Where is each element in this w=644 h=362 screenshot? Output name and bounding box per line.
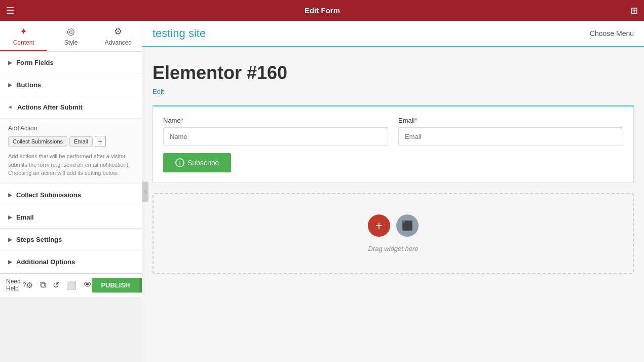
chevron-icon: ▶ bbox=[8, 237, 12, 242]
hamburger-icon[interactable]: ☰ bbox=[6, 5, 14, 16]
buttons-label: Buttons bbox=[16, 81, 41, 89]
chevron-icon: ▶ bbox=[8, 214, 12, 220]
sidebar-item-collect-submissions[interactable]: ▶ Collect Submissions bbox=[0, 184, 142, 206]
grid-icon[interactable]: ⊞ bbox=[630, 5, 638, 16]
name-field-group: Name* bbox=[163, 117, 388, 146]
chevron-down-icon: ▼ bbox=[8, 105, 13, 110]
chevron-icon: ▶ bbox=[8, 82, 12, 88]
settings-icon[interactable]: ⚙ bbox=[26, 280, 33, 290]
tab-content[interactable]: ✦ Content bbox=[0, 21, 47, 51]
layers-icon[interactable]: ⧉ bbox=[40, 280, 46, 289]
advanced-icon: ⚙ bbox=[114, 26, 122, 37]
content-icon: ✦ bbox=[20, 26, 27, 37]
email-label: Email* bbox=[398, 117, 623, 124]
main-content: testing site Choose Menu Elementor #160 … bbox=[142, 21, 644, 362]
sidebar-item-steps-settings[interactable]: ▶ Steps Settings bbox=[0, 229, 142, 251]
collect-submissions-label: Collect Submissions bbox=[16, 191, 81, 199]
sidebar-content: ▶ Form Fields ▶ Buttons ▼ Actions After … bbox=[0, 52, 142, 273]
tab-style[interactable]: ◎ Style bbox=[47, 21, 94, 51]
sidebar-item-buttons[interactable]: ▶ Buttons bbox=[0, 74, 142, 96]
tab-content-label: Content bbox=[13, 39, 34, 46]
help-circle-icon: ? bbox=[23, 281, 26, 288]
form-container: Name* Email* + Subscribe bbox=[153, 105, 634, 183]
sidebar-item-actions-after-submit[interactable]: ▼ Actions After Submit bbox=[0, 96, 142, 119]
history-icon[interactable]: ↺ bbox=[53, 280, 59, 290]
add-widget-button[interactable]: + bbox=[368, 214, 390, 237]
actions-help-text: Add actions that will be performed after… bbox=[8, 152, 134, 177]
publish-group: PUBLISH ▲ bbox=[92, 278, 142, 293]
tag-collect-submissions[interactable]: Collect Submissions bbox=[8, 136, 67, 147]
sidebar: ✦ Content ◎ Style ⚙ Advanced ▶ Form Fiel… bbox=[0, 21, 142, 297]
choose-menu-link[interactable]: Choose Menu bbox=[590, 29, 634, 38]
top-bar: ☰ Edit Form ⊞ bbox=[0, 0, 644, 21]
bottom-icons: ⚙ ⧉ ↺ ⬜ 👁 bbox=[26, 280, 92, 290]
tabs: ✦ Content ◎ Style ⚙ Advanced bbox=[0, 21, 142, 52]
drag-widget-text: Drag widget here bbox=[368, 245, 419, 252]
subscribe-button[interactable]: + Subscribe bbox=[163, 153, 231, 172]
email-label: Email bbox=[16, 213, 34, 221]
page-title: Elementor #160 bbox=[153, 62, 634, 84]
add-tag-button[interactable]: + bbox=[95, 136, 106, 147]
chevron-icon: ▶ bbox=[8, 60, 12, 65]
steps-settings-label: Steps Settings bbox=[16, 236, 62, 243]
tab-advanced[interactable]: ⚙ Advanced bbox=[95, 21, 142, 51]
sidebar-item-additional-options[interactable]: ▶ Additional Options bbox=[0, 251, 142, 273]
chevron-icon: ▶ bbox=[8, 259, 12, 265]
add-action-label: Add Action bbox=[8, 125, 134, 132]
site-name: testing site bbox=[153, 27, 206, 40]
name-label: Name* bbox=[163, 117, 388, 124]
page-content: Elementor #160 Edit Name* Email* bbox=[142, 47, 644, 289]
form-row: Name* Email* bbox=[163, 117, 623, 146]
plus-circle-icon: + bbox=[175, 158, 184, 167]
edit-link[interactable]: Edit bbox=[153, 88, 164, 95]
subscribe-label: Subscribe bbox=[187, 159, 219, 167]
publish-arrow-button[interactable]: ▲ bbox=[139, 278, 142, 293]
name-input[interactable] bbox=[163, 127, 388, 146]
need-help-link[interactable]: Need Help ? bbox=[6, 278, 26, 292]
chevron-icon: ▶ bbox=[8, 192, 12, 198]
drop-zone-buttons: + ⬛ bbox=[368, 214, 419, 237]
email-field-group: Email* bbox=[398, 117, 623, 146]
responsive-icon[interactable]: ⬜ bbox=[66, 280, 77, 290]
publish-button[interactable]: PUBLISH bbox=[92, 278, 139, 293]
preview-icon[interactable]: 👁 bbox=[84, 280, 92, 289]
name-required: * bbox=[181, 117, 183, 124]
additional-options-label: Additional Options bbox=[16, 258, 75, 266]
widget-library-button[interactable]: ⬛ bbox=[396, 214, 419, 237]
actions-expanded-panel: Add Action Collect Submissions Email + A… bbox=[0, 119, 142, 184]
sidebar-collapse-handle[interactable]: ‹ bbox=[142, 182, 148, 202]
sidebar-item-form-fields[interactable]: ▶ Form Fields bbox=[0, 52, 142, 74]
main-layout: ✦ Content ◎ Style ⚙ Advanced ▶ Form Fiel… bbox=[0, 21, 644, 362]
tab-style-label: Style bbox=[64, 39, 78, 46]
sidebar-item-email[interactable]: ▶ Email bbox=[0, 206, 142, 229]
need-help-text: Need Help bbox=[6, 278, 21, 292]
tab-advanced-label: Advanced bbox=[105, 39, 132, 46]
form-fields-label: Form Fields bbox=[16, 59, 54, 66]
bottom-bar: Need Help ? ⚙ ⧉ ↺ ⬜ 👁 PUBLISH ▲ bbox=[0, 273, 142, 297]
sidebar-wrapper: ✦ Content ◎ Style ⚙ Advanced ▶ Form Fiel… bbox=[0, 21, 142, 362]
action-tags: Collect Submissions Email + bbox=[8, 136, 134, 147]
email-required: * bbox=[415, 117, 418, 124]
content-header: testing site Choose Menu bbox=[142, 21, 644, 47]
drop-zone: + ⬛ Drag widget here bbox=[153, 193, 634, 274]
tag-email[interactable]: Email bbox=[69, 136, 93, 147]
actions-after-submit-label: Actions After Submit bbox=[17, 103, 83, 111]
style-icon: ◎ bbox=[67, 26, 75, 37]
top-bar-title: Edit Form bbox=[305, 6, 340, 15]
email-input[interactable] bbox=[398, 127, 623, 146]
